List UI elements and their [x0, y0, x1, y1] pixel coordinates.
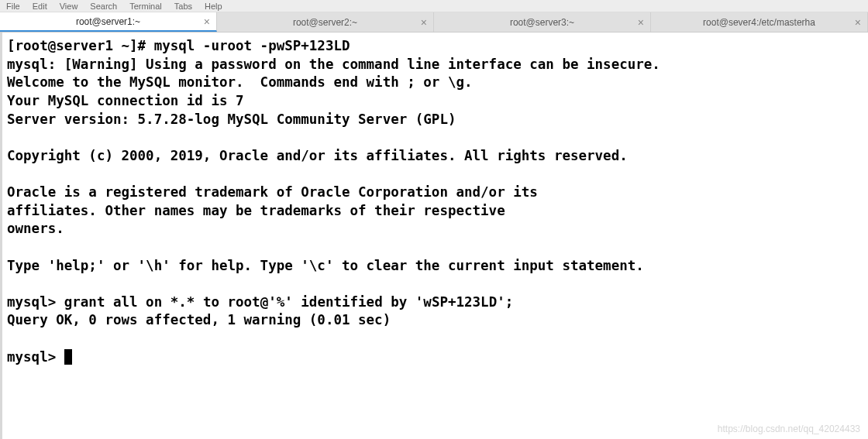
menu-file[interactable]: File	[6, 2, 20, 11]
close-icon[interactable]: ×	[638, 17, 644, 28]
menu-help[interactable]: Help	[205, 2, 222, 11]
menu-terminal[interactable]: Terminal	[129, 2, 162, 11]
close-icon[interactable]: ×	[421, 17, 427, 28]
menubar: File Edit View Search Terminal Tabs Help	[0, 0, 868, 12]
tab-label: root@server1:~	[76, 16, 140, 27]
mysql-prompt-current: mysql>	[7, 349, 64, 365]
tab-label: root@sever4:/etc/masterha	[703, 17, 815, 28]
menu-tabs[interactable]: Tabs	[174, 2, 192, 11]
shell-command: mysql -uroot -pwSP+123LD	[154, 38, 350, 53]
cursor-icon	[64, 349, 72, 365]
tab-server3[interactable]: root@server3:~ ×	[434, 12, 651, 32]
mysql-command: grant all on *.* to root@'%' identified …	[64, 294, 513, 310]
close-icon[interactable]: ×	[204, 16, 210, 27]
mysql-result: Query OK, 0 rows affected, 1 warning (0.…	[7, 312, 391, 328]
shell-prompt: [root@server1 ~]#	[7, 38, 154, 53]
tab-server1[interactable]: root@server1:~ ×	[0, 12, 217, 32]
tab-label: root@server2:~	[293, 17, 357, 28]
menu-edit[interactable]: Edit	[33, 2, 47, 11]
close-icon[interactable]: ×	[855, 17, 861, 28]
mysql-prompt: mysql>	[7, 294, 64, 310]
tab-bar: root@server1:~ × root@server2:~ × root@s…	[0, 12, 868, 33]
menu-search[interactable]: Search	[90, 2, 117, 11]
tab-label: root@server3:~	[510, 17, 574, 28]
menu-view[interactable]: View	[60, 2, 78, 11]
tab-server4[interactable]: root@sever4:/etc/masterha ×	[651, 12, 868, 32]
watermark: https://blog.csdn.net/qq_42024433	[718, 424, 860, 434]
terminal-body: mysql: [Warning] Using a password on the…	[7, 57, 660, 273]
terminal-output[interactable]: [root@server1 ~]# mysql -uroot -pwSP+123…	[0, 33, 868, 439]
tab-server2[interactable]: root@server2:~ ×	[217, 12, 434, 32]
